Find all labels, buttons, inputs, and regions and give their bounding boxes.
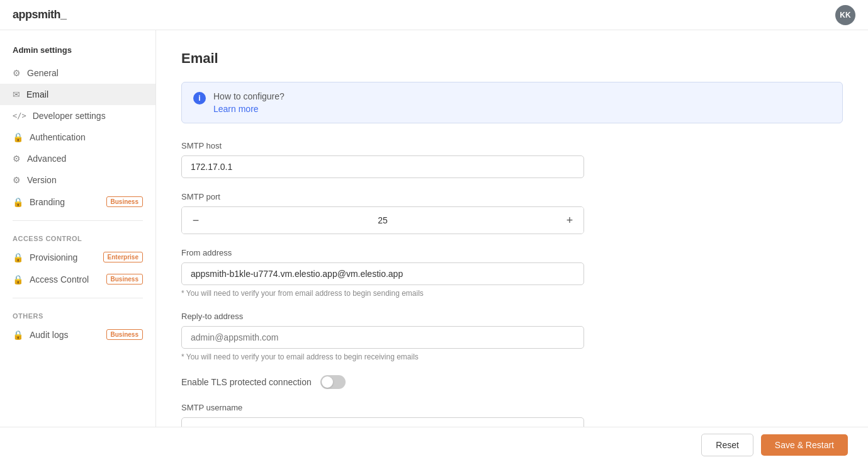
smtp-port-input[interactable] <box>210 215 556 225</box>
lock-icon: 🔒 <box>13 274 23 285</box>
reply-to-label: Reply-to address <box>181 312 843 321</box>
page-title: Email <box>181 50 843 67</box>
email-icon: ✉ <box>13 89 20 99</box>
smtp-host-input[interactable] <box>181 155 584 178</box>
from-address-input[interactable] <box>181 262 584 285</box>
sidebar-item-label: Audit logs <box>30 330 100 340</box>
sidebar-item-label: Advanced <box>27 154 143 164</box>
sidebar-item-label: Version <box>27 175 143 185</box>
smtp-host-label: SMTP host <box>181 141 843 150</box>
gear-icon: ⚙ <box>13 154 21 164</box>
sidebar-item-advanced[interactable]: ⚙ Advanced <box>0 148 155 169</box>
sidebar-item-email[interactable]: ✉ Email <box>0 84 155 105</box>
main-layout: Admin settings ⚙ General ✉ Email </> Dev… <box>0 30 868 427</box>
sidebar-item-developer-settings[interactable]: </> Developer settings <box>0 105 155 127</box>
smtp-port-group: SMTP port − + <box>181 192 843 234</box>
lock-icon: 🔒 <box>13 197 23 207</box>
reply-to-input[interactable] <box>181 326 584 349</box>
sidebar-item-label: Provisioning <box>30 252 97 262</box>
info-banner: i How to configure? Learn more <box>181 82 843 123</box>
avatar[interactable]: KK <box>835 5 855 25</box>
stepper-increment-button[interactable]: + <box>556 207 583 234</box>
smtp-username-input[interactable] <box>181 417 584 427</box>
stepper-decrement-button[interactable]: − <box>182 207 210 234</box>
footer: Reset Save & Restart <box>0 427 868 462</box>
smtp-username-label: SMTP username <box>181 403 843 412</box>
smtp-port-stepper: − + <box>181 206 584 234</box>
sidebar-item-version[interactable]: ⚙ Version <box>0 169 155 191</box>
business-badge: Business <box>106 274 143 285</box>
admin-settings-title: Admin settings <box>0 45 155 62</box>
from-address-label: From address <box>181 248 843 257</box>
info-banner-content: How to configure? Learn more <box>213 91 285 114</box>
topnav: appsmith_ KK <box>0 0 868 30</box>
others-label: Others <box>0 306 155 324</box>
app-logo: appsmith_ <box>13 8 67 21</box>
access-control-label: Access control <box>0 228 155 246</box>
business-badge: Business <box>106 329 143 340</box>
lock-icon: 🔒 <box>13 252 23 262</box>
smtp-port-label: SMTP port <box>181 192 843 201</box>
sidebar-divider <box>13 220 143 221</box>
sidebar: Admin settings ⚙ General ✉ Email </> Dev… <box>0 30 156 427</box>
from-address-hint: * You will need to verify your from emai… <box>181 289 843 298</box>
lock-icon: 🔒 <box>13 132 23 142</box>
sidebar-divider-2 <box>13 298 143 298</box>
smtp-username-group: SMTP username <box>181 403 843 427</box>
reply-to-hint: * You will need to verify your to email … <box>181 352 843 361</box>
info-banner-text: How to configure? <box>213 91 285 101</box>
sidebar-item-branding[interactable]: 🔒 Branding Business <box>0 191 155 213</box>
code-icon: </> <box>13 111 26 120</box>
smtp-host-group: SMTP host <box>181 141 843 178</box>
sidebar-item-label: Branding <box>30 197 100 207</box>
content-area: Email i How to configure? Learn more SMT… <box>156 30 868 427</box>
sidebar-item-authentication[interactable]: 🔒 Authentication <box>0 127 155 148</box>
sidebar-item-label: Developer settings <box>33 111 143 121</box>
tls-label: Enable TLS protected connection <box>181 377 312 387</box>
learn-more-link[interactable]: Learn more <box>213 104 285 114</box>
sidebar-item-provisioning[interactable]: 🔒 Provisioning Enterprise <box>0 246 155 268</box>
reply-to-group: Reply-to address * You will need to veri… <box>181 312 843 361</box>
lock-icon: 🔒 <box>13 330 23 340</box>
tls-toggle[interactable] <box>320 375 346 389</box>
sidebar-item-label: Email <box>26 89 143 99</box>
gear-icon: ⚙ <box>13 175 21 185</box>
sidebar-item-label: Authentication <box>30 132 143 142</box>
reset-button[interactable]: Reset <box>701 434 753 456</box>
tls-toggle-row: Enable TLS protected connection <box>181 375 843 389</box>
sidebar-item-access-control[interactable]: 🔒 Access Control Business <box>0 268 155 290</box>
gear-icon: ⚙ <box>13 68 21 78</box>
sidebar-item-label: General <box>27 68 143 78</box>
sidebar-item-general[interactable]: ⚙ General <box>0 62 155 84</box>
save-restart-button[interactable]: Save & Restart <box>761 434 848 456</box>
business-badge: Business <box>106 196 143 207</box>
sidebar-item-audit-logs[interactable]: 🔒 Audit logs Business <box>0 324 155 346</box>
info-icon: i <box>193 92 206 104</box>
sidebar-item-label: Access Control <box>30 274 100 285</box>
enterprise-badge: Enterprise <box>103 252 143 262</box>
from-address-group: From address * You will need to verify y… <box>181 248 843 298</box>
